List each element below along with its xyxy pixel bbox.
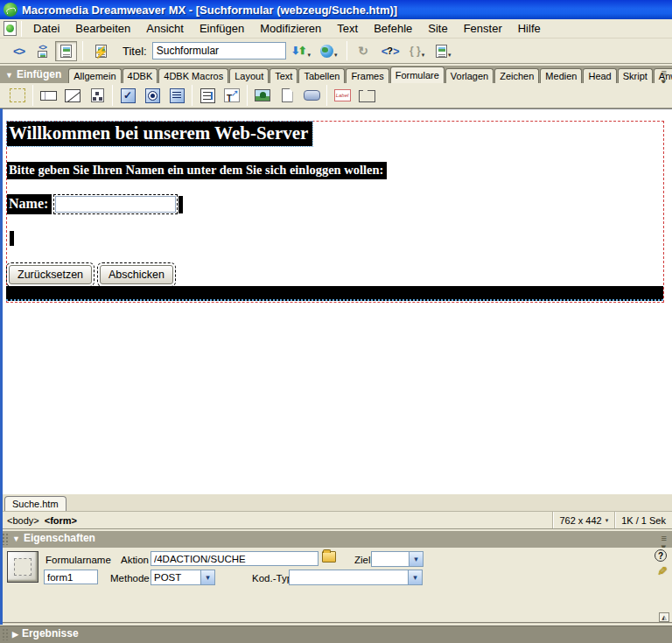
toolbar-separator [346, 41, 347, 60]
action-input[interactable] [150, 551, 318, 566]
refresh-icon[interactable]: ↻ [353, 41, 374, 61]
tag-form[interactable]: <form> [45, 515, 77, 526]
form-name-label: Formularname [46, 555, 111, 565]
tab-skript[interactable]: Skript [618, 68, 653, 83]
collapse-arrow-icon: ▼ [12, 535, 20, 543]
menu-text[interactable]: Text [329, 20, 366, 37]
jump-menu-icon[interactable] [197, 85, 218, 106]
preview-in-browser-icon[interactable]: ▾ [317, 41, 341, 61]
tab-vorlagen[interactable]: Vorlagen [445, 68, 494, 83]
tab-tabellen[interactable]: Tabellen [298, 68, 345, 83]
file-management-icon[interactable]: ⬇⬆▾ [287, 41, 315, 61]
checkbox-icon[interactable] [117, 85, 138, 106]
list-menu-icon[interactable] [166, 85, 187, 106]
file-tab-suche[interactable]: Suche.htm [4, 496, 66, 511]
menu-modifizieren[interactable]: Modifizieren [252, 20, 329, 37]
fieldset-icon[interactable] [356, 85, 377, 106]
name-label: Name: [7, 194, 52, 214]
tool-separator [247, 85, 248, 106]
status-bar: <body> <form> 762 x 442▾ 1K / 1 Sek [0, 512, 672, 529]
tab-zeichen[interactable]: Zeichen [494, 68, 539, 83]
name-field-row: Name: [7, 194, 183, 214]
results-panel-title[interactable]: ▶Ergebnisse [12, 627, 79, 640]
image-field-icon[interactable] [252, 85, 273, 106]
menu-separator [21, 21, 22, 37]
tab-4dbk[interactable]: 4DBK [122, 68, 158, 83]
tab-frames[interactable]: Frames [346, 68, 388, 83]
view-options-icon[interactable]: ▾ [430, 41, 457, 61]
results-panel-header: ▶Ergebnisse [0, 626, 672, 643]
dreamweaver-window: Macromedia Dreamweaver MX - [Suchformula… [0, 0, 672, 643]
panel-gripper[interactable] [2, 628, 9, 640]
submit-button[interactable]: Abschicken [100, 265, 173, 284]
title-bar: Macromedia Dreamweaver MX - [Suchformula… [0, 0, 672, 19]
tool-separator [326, 85, 327, 106]
menu-fenster[interactable]: Fenster [456, 20, 510, 37]
menu-einfuegen[interactable]: Einfügen [192, 20, 252, 37]
expand-arrow-icon: ▶ [12, 630, 18, 639]
menu-ansicht[interactable]: Ansicht [138, 20, 192, 37]
tab-allgemein[interactable]: Allgemein [68, 68, 121, 83]
tool-separator [32, 85, 33, 106]
split-view-icon[interactable]: <> [32, 41, 53, 61]
menu-bearbeiten[interactable]: Bearbeiten [67, 20, 138, 37]
menu-datei[interactable]: Datei [25, 20, 67, 37]
chevron-down-icon: ▾ [606, 517, 609, 524]
name-text-field[interactable] [55, 196, 176, 213]
panel-gripper[interactable] [2, 533, 9, 545]
file-button-icon[interactable] [276, 85, 298, 106]
target-label: Ziel [354, 555, 371, 565]
file-field-icon[interactable] [221, 85, 242, 106]
target-select[interactable] [371, 551, 424, 567]
panel-expander-icon[interactable]: ◭ [659, 612, 669, 622]
text-field-icon[interactable] [38, 85, 59, 106]
code-view-icon[interactable]: <> [8, 41, 30, 61]
generic-button-icon[interactable] [301, 85, 322, 106]
document-icon [4, 21, 17, 36]
method-select[interactable]: POST [150, 570, 215, 585]
download-stats: 1K / 1 Sek [614, 512, 672, 528]
tab-text[interactable]: Text [270, 68, 298, 83]
reset-button[interactable]: Zurücksetzen [9, 265, 92, 284]
window-title: Macromedia Dreamweaver MX - [Suchformula… [22, 3, 397, 17]
properties-panel-footer: ◭ [0, 612, 672, 624]
intro-text-selected: Bitte geben Sie Ihren Namen ein unter de… [7, 162, 387, 179]
enctype-label: Kod.-Typ [252, 573, 292, 584]
tab-4dbk-macros[interactable]: 4DBK Macros [158, 68, 228, 83]
enctype-select[interactable] [289, 570, 423, 585]
browse-folder-icon[interactable] [322, 551, 336, 563]
live-data-view-icon[interactable]: ⚡ [88, 41, 113, 61]
tool-separator [112, 85, 113, 106]
help-icon[interactable]: ? [654, 549, 667, 562]
reference-icon[interactable]: <?> [376, 41, 404, 61]
radio-button-icon[interactable] [142, 85, 163, 106]
design-view-canvas[interactable]: Willkommen bei unserem Web-Server Bitte … [0, 108, 672, 494]
menu-site[interactable]: Site [420, 20, 455, 37]
hidden-field-icon[interactable] [87, 85, 108, 106]
selection-mark [178, 196, 183, 213]
quick-tag-edit-icon[interactable]: ✎ [657, 564, 668, 578]
selected-empty-line-mark [10, 231, 14, 246]
label-icon[interactable] [332, 85, 353, 106]
form-name-input[interactable] [44, 570, 98, 584]
window-size-selector[interactable]: 762 x 442▾ [552, 512, 614, 528]
properties-panel-title[interactable]: ▼Eigenschaften [12, 532, 95, 544]
tab-medien[interactable]: Medien [540, 68, 582, 83]
textarea-icon[interactable] [62, 85, 83, 106]
menu-befehle[interactable]: Befehle [366, 20, 420, 37]
status-right-group: 762 x 442▾ 1K / 1 Sek [552, 512, 672, 528]
form-element-icon [7, 551, 38, 583]
method-label: Methode [110, 573, 150, 584]
document-title-input[interactable] [152, 42, 286, 59]
page-heading-selected: Willkommen bei unserem Web-Server [7, 122, 312, 146]
code-navigation-icon[interactable]: { }▾ [406, 41, 429, 61]
menu-hilfe[interactable]: Hilfe [510, 20, 549, 37]
form-icon[interactable] [7, 85, 28, 106]
tab-layout[interactable]: Layout [229, 68, 269, 83]
tab-formulare[interactable]: Formulare [390, 66, 444, 83]
design-view-icon[interactable] [55, 41, 77, 61]
properties-panel-header: ▼Eigenschaften ≡▾ [0, 531, 672, 548]
insert-panel-title[interactable]: ▼Einfügen [5, 68, 61, 80]
tab-head[interactable]: Head [583, 68, 616, 83]
tag-body[interactable]: <body> [7, 515, 39, 526]
